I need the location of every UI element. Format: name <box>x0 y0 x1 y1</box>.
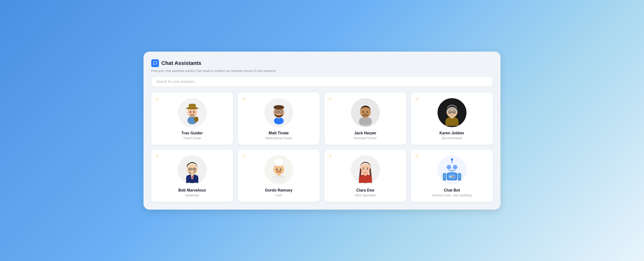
card-role-karen-jobber: Job Interviewer <box>441 136 462 140</box>
svg-point-75 <box>448 166 450 168</box>
card-role-jack-harper: Personal Trainer <box>354 136 377 140</box>
header: Chat Assistants Find your chat assistant… <box>151 59 493 86</box>
svg-point-23 <box>363 111 364 113</box>
page-title: Chat Assistants <box>161 60 201 66</box>
svg-rect-79 <box>450 170 452 170</box>
card-jack-harper[interactable]: ☆ Jack Harper Personal Trainer <box>324 92 406 145</box>
card-name-matt-tivate: Matt Tivate <box>269 131 289 135</box>
card-role-trav-guider: Travel Guide <box>183 136 201 140</box>
svg-rect-3 <box>188 104 196 108</box>
svg-point-60 <box>449 176 451 177</box>
svg-rect-78 <box>449 170 450 170</box>
svg-rect-64 <box>458 173 461 179</box>
svg-point-14 <box>276 111 277 112</box>
chat-icon <box>151 59 159 67</box>
card-name-karen-jobber: Karen Jobber <box>440 131 464 135</box>
svg-point-66 <box>458 178 461 180</box>
svg-point-56 <box>363 168 364 170</box>
svg-rect-81 <box>454 170 455 170</box>
svg-point-11 <box>274 105 284 109</box>
star-icon-bob-marvelous[interactable]: ☆ <box>155 154 159 159</box>
card-name-bob-marvelous: Bob Marvelous <box>178 188 206 192</box>
svg-point-50 <box>280 168 282 170</box>
card-chat-bot[interactable]: ☆ <box>411 150 493 202</box>
page-subtitle: Find your chat assistant quickly! Get re… <box>151 69 493 72</box>
svg-point-48 <box>275 159 283 162</box>
card-matt-tivate[interactable]: ☆ Matt Tivate Motivational Coach <box>238 92 320 145</box>
avatar-bob-marvelous <box>178 155 207 184</box>
svg-point-15 <box>280 111 281 112</box>
svg-point-39 <box>189 168 190 170</box>
svg-point-40 <box>194 168 195 170</box>
card-clara-doe[interactable]: ☆ <box>324 150 406 202</box>
card-role-clara-doe: SEO Specialist <box>355 194 376 197</box>
card-role-matt-tivate: Motivational Coach <box>265 136 292 140</box>
main-container: Chat Assistants Find your chat assistant… <box>144 52 500 210</box>
svg-point-62 <box>453 176 454 177</box>
avatar-chat-bot <box>438 155 466 184</box>
svg-point-31 <box>449 112 450 113</box>
star-icon-gordo-ramsey[interactable]: ☆ <box>242 154 246 159</box>
svg-rect-63 <box>442 173 446 179</box>
svg-point-65 <box>442 178 446 180</box>
card-name-gordo-ramsey: Gordo Ramsey <box>265 188 292 192</box>
star-icon-chat-bot[interactable]: ☆ <box>415 154 419 159</box>
svg-point-6 <box>190 113 195 117</box>
svg-point-49 <box>276 168 278 170</box>
svg-point-24 <box>366 111 368 113</box>
card-bob-marvelous[interactable]: ☆ Bob <box>151 150 233 202</box>
card-role-gordo-ramsey: Chef <box>276 194 282 197</box>
avatar-trav-guider <box>178 98 207 127</box>
card-karen-jobber[interactable]: ☆ Karen Jobber Job Interviewer <box>411 92 493 145</box>
svg-point-61 <box>451 176 453 177</box>
star-icon-trav-guider[interactable]: ☆ <box>155 96 159 102</box>
svg-point-43 <box>278 178 279 179</box>
svg-rect-80 <box>452 170 453 170</box>
avatar-clara-doe <box>351 155 380 184</box>
svg-point-57 <box>366 168 368 170</box>
svg-point-4 <box>190 111 191 113</box>
card-name-trav-guider: Trav Guider <box>182 131 203 135</box>
svg-point-5 <box>193 111 195 113</box>
search-input[interactable] <box>151 76 493 86</box>
card-name-clara-doe: Clara Doe <box>356 188 374 192</box>
svg-point-70 <box>451 158 453 160</box>
star-icon-jack-harper[interactable]: ☆ <box>328 96 332 102</box>
card-gordo-ramsey[interactable]: ☆ Gord <box>238 150 320 202</box>
svg-point-7 <box>194 116 198 122</box>
card-role-chat-bot: General Chat - Ask anything! <box>432 194 472 197</box>
avatar-karen-jobber <box>438 98 466 127</box>
avatar-matt-tivate <box>264 98 293 127</box>
card-trav-guider[interactable]: ☆ Trav Guider Travel Guide <box>151 92 233 145</box>
card-name-chat-bot: Chat Bot <box>444 188 460 192</box>
star-icon-clara-doe[interactable]: ☆ <box>328 154 332 159</box>
card-name-jack-harper: Jack Harper <box>354 131 376 135</box>
avatar-gordo-ramsey <box>264 155 293 184</box>
avatar-jack-harper <box>351 98 380 127</box>
svg-point-76 <box>454 166 456 168</box>
star-icon-matt-tivate[interactable]: ☆ <box>242 96 246 102</box>
card-role-bob-marvelous: Advertiser <box>185 194 199 197</box>
star-icon-karen-jobber[interactable]: ☆ <box>415 96 419 102</box>
svg-point-32 <box>453 112 454 113</box>
title-row: Chat Assistants <box>151 59 493 67</box>
assistants-grid: ☆ Trav Guider Travel Guide ☆ <box>151 92 493 202</box>
